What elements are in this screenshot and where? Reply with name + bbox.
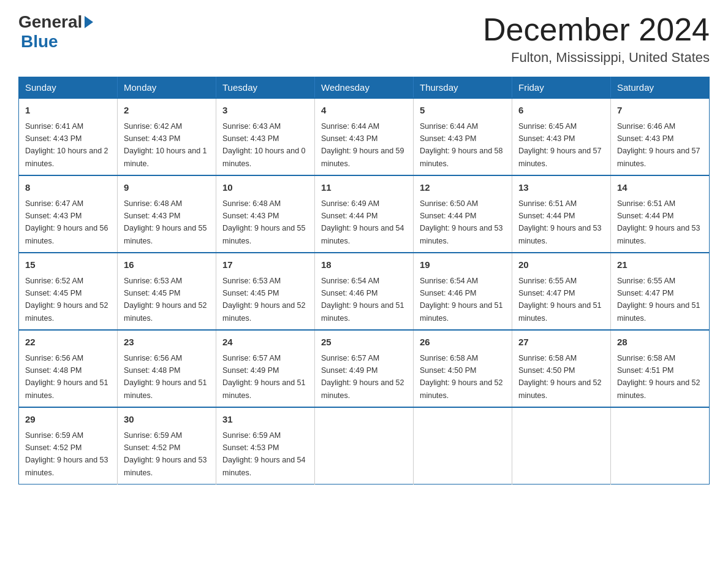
day-number: 8 [25, 181, 111, 195]
day-info: Sunrise: 6:41 AMSunset: 4:43 PMDaylight:… [25, 122, 108, 168]
calendar-cell: 30Sunrise: 6:59 AMSunset: 4:52 PMDayligh… [118, 407, 216, 484]
day-number: 25 [321, 335, 407, 350]
calendar-cell: 16Sunrise: 6:53 AMSunset: 4:45 PMDayligh… [118, 253, 216, 330]
day-info: Sunrise: 6:59 AMSunset: 4:53 PMDaylight:… [222, 431, 306, 477]
calendar-cell: 13Sunrise: 6:51 AMSunset: 4:44 PMDayligh… [512, 175, 611, 253]
calendar-cell: 23Sunrise: 6:56 AMSunset: 4:48 PMDayligh… [118, 330, 216, 407]
day-info: Sunrise: 6:59 AMSunset: 4:52 PMDaylight:… [124, 431, 207, 477]
day-number: 30 [124, 413, 210, 427]
day-info: Sunrise: 6:44 AMSunset: 4:43 PMDaylight:… [420, 122, 503, 168]
day-info: Sunrise: 6:56 AMSunset: 4:48 PMDaylight:… [25, 354, 108, 400]
day-info: Sunrise: 6:53 AMSunset: 4:45 PMDaylight:… [124, 277, 207, 323]
calendar-cell [611, 407, 710, 484]
day-info: Sunrise: 6:44 AMSunset: 4:43 PMDaylight:… [321, 122, 404, 168]
day-info: Sunrise: 6:54 AMSunset: 4:46 PMDaylight:… [321, 277, 404, 323]
day-info: Sunrise: 6:45 AMSunset: 4:43 PMDaylight:… [518, 122, 602, 168]
day-info: Sunrise: 6:57 AMSunset: 4:49 PMDaylight:… [222, 354, 306, 400]
page-title: December 2024 [483, 12, 710, 47]
day-number: 24 [222, 335, 308, 350]
weekday-header-friday: Friday [512, 77, 611, 99]
day-number: 15 [25, 258, 111, 272]
day-number: 20 [518, 258, 604, 272]
calendar-week-row: 8Sunrise: 6:47 AMSunset: 4:43 PMDaylight… [19, 175, 710, 253]
calendar-cell: 7Sunrise: 6:46 AMSunset: 4:43 PMDaylight… [611, 98, 710, 175]
day-info: Sunrise: 6:58 AMSunset: 4:50 PMDaylight:… [518, 354, 602, 400]
day-info: Sunrise: 6:55 AMSunset: 4:47 PMDaylight:… [617, 277, 700, 323]
calendar-cell: 26Sunrise: 6:58 AMSunset: 4:50 PMDayligh… [414, 330, 512, 407]
day-number: 6 [518, 104, 604, 118]
calendar-cell: 22Sunrise: 6:56 AMSunset: 4:48 PMDayligh… [19, 330, 118, 407]
day-info: Sunrise: 6:53 AMSunset: 4:45 PMDaylight:… [222, 277, 306, 323]
calendar-cell: 11Sunrise: 6:49 AMSunset: 4:44 PMDayligh… [315, 175, 414, 253]
calendar-cell: 25Sunrise: 6:57 AMSunset: 4:49 PMDayligh… [315, 330, 414, 407]
weekday-header-row: SundayMondayTuesdayWednesdayThursdayFrid… [19, 77, 710, 99]
calendar-cell: 9Sunrise: 6:48 AMSunset: 4:43 PMDaylight… [118, 175, 216, 253]
calendar-cell: 20Sunrise: 6:55 AMSunset: 4:47 PMDayligh… [512, 253, 611, 330]
calendar-week-row: 22Sunrise: 6:56 AMSunset: 4:48 PMDayligh… [19, 330, 710, 407]
day-info: Sunrise: 6:56 AMSunset: 4:48 PMDaylight:… [124, 354, 207, 400]
day-number: 5 [420, 104, 506, 118]
day-number: 11 [321, 181, 407, 195]
logo-blue-text: Blue [21, 32, 58, 51]
day-info: Sunrise: 6:49 AMSunset: 4:44 PMDaylight:… [321, 199, 404, 245]
calendar-cell: 19Sunrise: 6:54 AMSunset: 4:46 PMDayligh… [414, 253, 512, 330]
title-area: December 2024 Fulton, Mississippi, Unite… [483, 12, 710, 66]
day-number: 9 [124, 181, 210, 195]
day-info: Sunrise: 6:46 AMSunset: 4:43 PMDaylight:… [617, 122, 700, 168]
day-number: 1 [25, 104, 111, 118]
weekday-header-tuesday: Tuesday [216, 77, 315, 99]
weekday-header-wednesday: Wednesday [315, 77, 414, 99]
logo: General Blue [18, 12, 93, 52]
calendar-week-row: 15Sunrise: 6:52 AMSunset: 4:45 PMDayligh… [19, 253, 710, 330]
day-number: 7 [617, 104, 703, 118]
day-info: Sunrise: 6:57 AMSunset: 4:49 PMDaylight:… [321, 354, 404, 400]
day-number: 2 [124, 104, 210, 118]
calendar-cell: 6Sunrise: 6:45 AMSunset: 4:43 PMDaylight… [512, 98, 611, 175]
day-number: 23 [124, 335, 210, 350]
day-info: Sunrise: 6:54 AMSunset: 4:46 PMDaylight:… [420, 277, 503, 323]
weekday-header-thursday: Thursday [414, 77, 512, 99]
calendar-cell: 18Sunrise: 6:54 AMSunset: 4:46 PMDayligh… [315, 253, 414, 330]
calendar-cell: 2Sunrise: 6:42 AMSunset: 4:43 PMDaylight… [118, 98, 216, 175]
day-info: Sunrise: 6:50 AMSunset: 4:44 PMDaylight:… [420, 199, 503, 245]
weekday-header-saturday: Saturday [611, 77, 710, 99]
day-number: 13 [518, 181, 604, 195]
day-number: 14 [617, 181, 703, 195]
day-number: 26 [420, 335, 506, 350]
calendar-table: SundayMondayTuesdayWednesdayThursdayFrid… [18, 77, 710, 484]
calendar-cell: 4Sunrise: 6:44 AMSunset: 4:43 PMDaylight… [315, 98, 414, 175]
calendar-cell: 24Sunrise: 6:57 AMSunset: 4:49 PMDayligh… [216, 330, 315, 407]
weekday-header-sunday: Sunday [19, 77, 118, 99]
calendar-cell: 1Sunrise: 6:41 AMSunset: 4:43 PMDaylight… [19, 98, 118, 175]
day-info: Sunrise: 6:51 AMSunset: 4:44 PMDaylight:… [617, 199, 700, 245]
day-number: 31 [222, 413, 308, 427]
calendar-week-row: 29Sunrise: 6:59 AMSunset: 4:52 PMDayligh… [19, 407, 710, 484]
day-number: 10 [222, 181, 308, 195]
day-number: 3 [222, 104, 308, 118]
calendar-cell: 27Sunrise: 6:58 AMSunset: 4:50 PMDayligh… [512, 330, 611, 407]
day-info: Sunrise: 6:48 AMSunset: 4:43 PMDaylight:… [222, 199, 306, 245]
day-number: 12 [420, 181, 506, 195]
day-number: 29 [25, 413, 111, 427]
logo-arrow-icon [85, 16, 93, 28]
day-info: Sunrise: 6:47 AMSunset: 4:43 PMDaylight:… [25, 199, 108, 245]
calendar-cell [315, 407, 414, 484]
calendar-cell: 28Sunrise: 6:58 AMSunset: 4:51 PMDayligh… [611, 330, 710, 407]
day-number: 16 [124, 258, 210, 272]
day-number: 22 [25, 335, 111, 350]
day-number: 17 [222, 258, 308, 272]
calendar-cell: 15Sunrise: 6:52 AMSunset: 4:45 PMDayligh… [19, 253, 118, 330]
day-number: 18 [321, 258, 407, 272]
day-info: Sunrise: 6:52 AMSunset: 4:45 PMDaylight:… [25, 277, 108, 323]
page-subtitle: Fulton, Mississippi, United States [483, 50, 710, 66]
calendar-cell: 17Sunrise: 6:53 AMSunset: 4:45 PMDayligh… [216, 253, 315, 330]
calendar-cell: 21Sunrise: 6:55 AMSunset: 4:47 PMDayligh… [611, 253, 710, 330]
calendar-cell: 12Sunrise: 6:50 AMSunset: 4:44 PMDayligh… [414, 175, 512, 253]
calendar-cell [512, 407, 611, 484]
calendar-cell [414, 407, 512, 484]
calendar-cell: 29Sunrise: 6:59 AMSunset: 4:52 PMDayligh… [19, 407, 118, 484]
day-number: 28 [617, 335, 703, 350]
calendar-cell: 5Sunrise: 6:44 AMSunset: 4:43 PMDaylight… [414, 98, 512, 175]
day-number: 4 [321, 104, 407, 118]
weekday-header-monday: Monday [118, 77, 216, 99]
